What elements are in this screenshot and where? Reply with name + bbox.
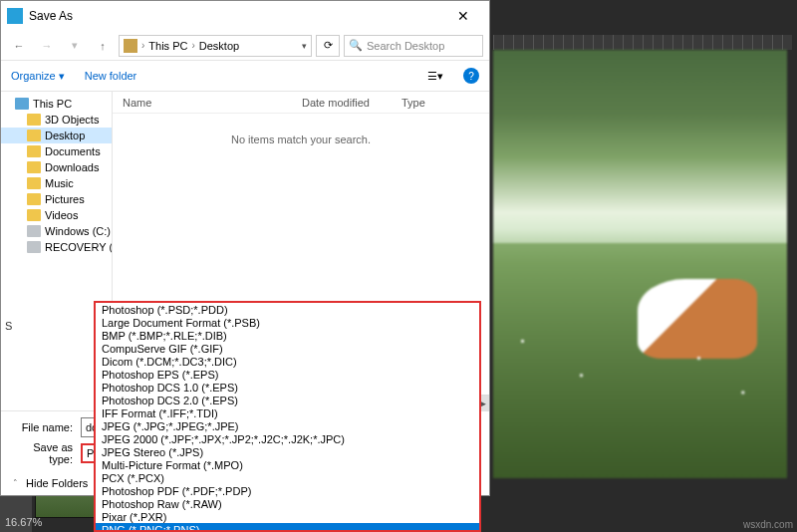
search-placeholder: Search Desktop [367, 40, 444, 52]
tree-item-this-pc[interactable]: This PC [1, 96, 112, 112]
folder-icon [27, 161, 41, 173]
drive-icon [27, 225, 41, 237]
format-option[interactable]: Pixar (*.PXR) [96, 510, 479, 523]
format-option[interactable]: JPEG Stereo (*.JPS) [96, 445, 479, 458]
tree-item-downloads[interactable]: Downloads [1, 159, 112, 175]
col-name[interactable]: Name [113, 97, 292, 109]
format-option[interactable]: CompuServe GIF (*.GIF) [96, 342, 479, 355]
tree-item-windows-c-[interactable]: Windows (C:) [1, 223, 112, 239]
organize-button[interactable]: Organize ▾ [11, 70, 65, 83]
zoom-level[interactable]: 16.67% [5, 516, 42, 528]
format-option[interactable]: JPEG (*.JPG;*.JPEG;*.JPE) [96, 419, 479, 432]
tree-item-desktop[interactable]: Desktop [1, 128, 112, 143]
tree-item-label: 3D Objects [45, 114, 99, 126]
up-button[interactable]: ↑ [91, 34, 115, 58]
ruler-top [493, 35, 792, 50]
folder-icon [27, 145, 41, 157]
tree-item-label: Desktop [45, 130, 85, 141]
save-options-label-fragment: S [5, 320, 12, 332]
format-option[interactable]: Multi-Picture Format (*.MPO) [96, 458, 479, 471]
tree-item-documents[interactable]: Documents [1, 143, 112, 159]
tree-item-label: Pictures [45, 193, 85, 205]
col-type[interactable]: Type [392, 97, 435, 109]
title-bar: Save As ✕ [1, 1, 489, 31]
nav-row: ← → ▾ ↑ › This PC › Desktop ▾ ⟳ 🔍 Search… [1, 31, 489, 61]
format-option[interactable]: Photoshop DCS 1.0 (*.EPS) [96, 381, 479, 394]
help-button[interactable]: ? [463, 68, 479, 84]
address-bar[interactable]: › This PC › Desktop ▾ [119, 35, 312, 57]
chevron-up-icon[interactable]: ˄ [13, 478, 18, 488]
watermark: wsxdn.com [743, 519, 793, 530]
savetype-options-list[interactable]: Photoshop (*.PSD;*.PDD)Large Document Fo… [94, 301, 481, 532]
tree-item-label: Windows (C:) [45, 225, 111, 237]
new-folder-button[interactable]: New folder [85, 70, 137, 82]
col-date[interactable]: Date modified [292, 97, 392, 109]
format-option[interactable]: Photoshop DCS 2.0 (*.EPS) [96, 394, 479, 406]
format-option[interactable]: Large Document Format (*.PSB) [96, 316, 479, 329]
tree-item-music[interactable]: Music [1, 175, 112, 191]
chevron-right-icon: › [191, 40, 194, 51]
explorer-toolbar: Organize ▾ New folder ☰▾ ? [1, 61, 489, 91]
tree-item-label: Documents [45, 145, 101, 157]
tree-item-label: Downloads [45, 161, 99, 173]
filename-label: File name: [11, 421, 81, 433]
dog-subject [638, 279, 757, 359]
folder-icon [27, 130, 41, 141]
format-option[interactable]: PNG (*.PNG;*.PNS) [96, 523, 479, 532]
format-option[interactable]: Photoshop Raw (*.RAW) [96, 497, 479, 510]
app-icon [7, 8, 23, 24]
pc-icon [15, 98, 29, 110]
back-button[interactable]: ← [7, 34, 31, 58]
view-icon: ☰▾ [427, 70, 443, 83]
tree-item-label: Videos [45, 209, 78, 221]
tree-item-recovery-d-[interactable]: RECOVERY (D:) [1, 239, 112, 255]
forward-button[interactable]: → [35, 34, 59, 58]
view-options[interactable]: ☰▾ [427, 70, 443, 83]
savetype-label: Save as type: [11, 441, 81, 465]
address-dropdown-icon[interactable]: ▾ [302, 41, 307, 51]
tree-item-pictures[interactable]: Pictures [1, 191, 112, 207]
recent-dropdown[interactable]: ▾ [63, 34, 87, 58]
format-option[interactable]: Photoshop PDF (*.PDF;*.PDP) [96, 484, 479, 497]
format-option[interactable]: JPEG 2000 (*.JPF;*.JPX;*.JP2;*.J2C;*.J2K… [96, 432, 479, 445]
address-part[interactable]: This PC [148, 40, 187, 52]
refresh-button[interactable]: ⟳ [316, 35, 340, 57]
format-option[interactable]: IFF Format (*.IFF;*.TDI) [96, 406, 479, 419]
tree-item-videos[interactable]: Videos [1, 207, 112, 223]
folder-icon [27, 193, 41, 205]
save-as-dialog: Save As ✕ ← → ▾ ↑ › This PC › Desktop ▾ … [0, 0, 490, 496]
address-part[interactable]: Desktop [199, 40, 239, 52]
format-option[interactable]: PCX (*.PCX) [96, 471, 479, 484]
format-option[interactable]: Photoshop (*.PSD;*.PDD) [96, 303, 479, 316]
format-option[interactable]: BMP (*.BMP;*.RLE;*.DIB) [96, 329, 479, 342]
format-option[interactable]: Photoshop EPS (*.EPS) [96, 368, 479, 381]
folder-icon [27, 177, 41, 189]
tree-item-label: This PC [33, 98, 72, 110]
search-icon: 🔍 [349, 39, 363, 52]
tree-item-label: Music [45, 177, 74, 189]
canvas-image [493, 50, 787, 478]
drive-icon [27, 241, 41, 253]
column-headers[interactable]: Name Date modified Type [113, 92, 489, 114]
pc-icon [124, 39, 137, 53]
tree-item-label: RECOVERY (D:) [45, 241, 113, 253]
folder-icon [27, 114, 41, 126]
dialog-title: Save As [29, 9, 443, 23]
chevron-right-icon: › [141, 40, 144, 51]
folder-icon [27, 209, 41, 221]
format-option[interactable]: Dicom (*.DCM;*.DC3;*.DIC) [96, 355, 479, 368]
close-button[interactable]: ✕ [443, 2, 483, 30]
search-input[interactable]: 🔍 Search Desktop [344, 35, 483, 57]
hide-folders-button[interactable]: Hide Folders [26, 477, 88, 489]
tree-item-3d-objects[interactable]: 3D Objects [1, 112, 112, 128]
